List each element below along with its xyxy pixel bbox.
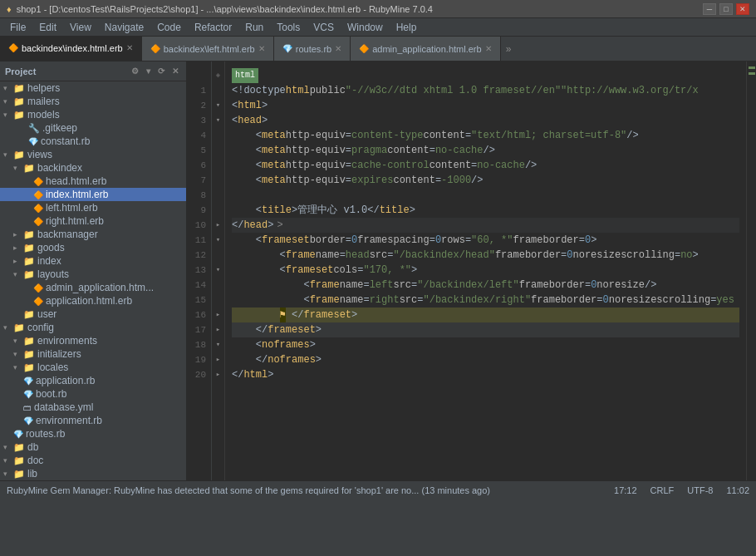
- tree-item-doc[interactable]: 📁 doc: [0, 454, 186, 467]
- app-icon: ♦: [7, 4, 12, 14]
- menu-vcs[interactable]: VCS: [307, 20, 341, 35]
- tree-item-environments[interactable]: 📁 environments: [0, 334, 186, 347]
- fold-9: [212, 203, 224, 218]
- fold-0[interactable]: ◈: [212, 68, 224, 83]
- code-line-9: <title> 管理中心 v1.0 </title>: [232, 203, 739, 218]
- tree-item-head-html-erb[interactable]: 🔶 head.html.erb: [0, 175, 186, 188]
- tab-close-button3[interactable]: ✕: [335, 44, 341, 53]
- tab-bar: 🔶 backindex\index.html.erb ✕ 🔶 backindex…: [0, 37, 756, 62]
- menu-refactor[interactable]: Refactor: [188, 20, 238, 35]
- error-marker2: [749, 72, 755, 75]
- file-icon-left: 🔶: [33, 204, 43, 213]
- tree-item-views[interactable]: 📁 views: [0, 148, 186, 161]
- tree-item-user[interactable]: 📁 user: [0, 308, 186, 321]
- tree-item-right-html-erb[interactable]: 🔶 right.html.erb: [0, 214, 186, 228]
- tree-item-database-yml[interactable]: 🗃 database.yml: [0, 401, 186, 414]
- tab-left-html-erb[interactable]: 🔶 backindex\left.html.erb ✕: [142, 37, 274, 61]
- close-button[interactable]: ✕: [736, 3, 749, 15]
- tab-admin-application-html-erb[interactable]: 🔶 admin_application.html.erb ✕: [351, 37, 500, 61]
- ln-17: 17: [192, 322, 206, 337]
- tree-item-application-rb[interactable]: 💎 application.rb: [0, 374, 186, 387]
- label-right: right.html.erb: [46, 215, 104, 227]
- menu-view[interactable]: View: [63, 20, 98, 35]
- tree-item-left-html-erb[interactable]: 🔶 left.html.erb: [0, 201, 186, 214]
- tab-overflow[interactable]: »: [501, 37, 517, 61]
- tree-item-db[interactable]: 📁 db: [0, 440, 186, 454]
- tab-icon3: 💎: [282, 44, 292, 53]
- tree-item-index-html-erb[interactable]: 🔶 index.html.erb: [0, 188, 186, 201]
- fold-16[interactable]: ▸: [212, 308, 224, 322]
- label-initializers: initializers: [37, 348, 81, 360]
- label-admin-app: admin_application.htm...: [46, 282, 154, 293]
- tree-item-admin-application[interactable]: 🔶 admin_application.htm...: [0, 281, 186, 294]
- fold-10[interactable]: ▸: [212, 218, 224, 233]
- tab-close-button[interactable]: ✕: [126, 43, 133, 52]
- tab-close-button2[interactable]: ✕: [258, 44, 265, 53]
- tree-item-backindex[interactable]: 📁 backindex: [0, 161, 186, 175]
- fold-3[interactable]: ▾: [212, 113, 224, 128]
- fold-2[interactable]: ▾: [212, 98, 224, 113]
- tree-item-constant-rb[interactable]: 💎 constant.rb: [0, 135, 186, 148]
- fold-8: [212, 188, 224, 203]
- fold-7: [212, 173, 224, 188]
- tree-item-models[interactable]: 📁 models: [0, 108, 186, 121]
- label-config: config: [27, 322, 54, 333]
- menu-edit[interactable]: Edit: [32, 20, 63, 35]
- code-content[interactable]: html <!doctype html public "-//w3c//dtd …: [225, 62, 746, 480]
- tab-index-html-erb[interactable]: 🔶 backindex\index.html.erb ✕: [0, 37, 142, 61]
- editor-area: 1 2 3 4 5 6 7 8 9 10 11 12 13 14 15 16 1…: [187, 62, 756, 480]
- tree-item-application-html[interactable]: 🔶 application.html.erb: [0, 294, 186, 308]
- ln-11: 11: [192, 233, 206, 248]
- maximize-button[interactable]: □: [719, 3, 733, 15]
- code-line-6: <meta http-equiv=cache-control content=n…: [232, 158, 739, 173]
- fold-13[interactable]: ▾: [212, 263, 224, 278]
- tab-routes-rb[interactable]: 💎 routes.rb ✕: [274, 37, 351, 61]
- panel-hide-button[interactable]: ✕: [169, 66, 181, 76]
- label-backindex: backindex: [37, 162, 82, 174]
- editor-content[interactable]: 1 2 3 4 5 6 7 8 9 10 11 12 13 14 15 16 1…: [187, 62, 756, 480]
- tree-item-initializers[interactable]: 📁 initializers: [0, 347, 186, 361]
- ln-14: 14: [192, 278, 206, 293]
- tab-close-button4[interactable]: ✕: [485, 44, 492, 53]
- tree-item-mailers[interactable]: 📁 mailers: [0, 95, 186, 108]
- menu-run[interactable]: Run: [238, 20, 270, 35]
- tree-item-helpers[interactable]: 📁 helpers: [0, 81, 186, 95]
- tree-item-gitkeep[interactable]: 🔧 .gitkeep: [0, 121, 186, 135]
- code-line-20: </html>: [232, 367, 739, 382]
- fold-19[interactable]: ▸: [212, 352, 224, 367]
- tree-item-index-folder[interactable]: 📁 index: [0, 254, 186, 268]
- arrow-backmanager: [13, 230, 22, 239]
- tree-item-environment-rb[interactable]: 💎 environment.rb: [0, 414, 186, 427]
- fold-20[interactable]: ▸: [212, 367, 224, 382]
- menu-code[interactable]: Code: [150, 20, 188, 35]
- menu-file[interactable]: File: [3, 20, 32, 35]
- tree-item-goods[interactable]: 📁 goods: [0, 241, 186, 254]
- menu-help[interactable]: Help: [390, 20, 424, 35]
- folder-icon-config: 📁: [13, 322, 25, 333]
- menu-window[interactable]: Window: [341, 20, 390, 35]
- tree-item-lib[interactable]: 📁 lib: [0, 467, 186, 480]
- fold-18[interactable]: ▾: [212, 337, 224, 352]
- tree-item-layouts[interactable]: 📁 layouts: [0, 268, 186, 281]
- tree-item-boot-rb[interactable]: 💎 boot.rb: [0, 387, 186, 401]
- code-line-10: </head> >: [232, 218, 739, 233]
- tree-item-config[interactable]: 📁 config: [0, 321, 186, 334]
- menu-tools[interactable]: Tools: [270, 20, 307, 35]
- tree-item-routes-rb[interactable]: 💎 routes.rb: [0, 427, 186, 440]
- fold-11[interactable]: ▾: [212, 233, 224, 248]
- panel-settings-button[interactable]: ⚙: [129, 66, 141, 76]
- minimize-button[interactable]: ─: [703, 3, 716, 15]
- arrow-doc: [3, 456, 12, 465]
- file-icon-database-yml: 🗃: [23, 403, 32, 412]
- panel-sync-button[interactable]: ⟳: [155, 66, 167, 76]
- panel-dropdown-button[interactable]: ▾: [144, 66, 153, 76]
- code-line-15: <frame name=right src="/backindex/right"…: [232, 293, 739, 308]
- tree-item-backmanager[interactable]: 📁 backmanager: [0, 228, 186, 241]
- code-line-12: <frame name=head src="/backindex/head" f…: [232, 248, 739, 263]
- fold-17[interactable]: ▸: [212, 322, 224, 337]
- label-helpers: helpers: [27, 82, 60, 94]
- tree-item-locales[interactable]: 📁 locales: [0, 361, 186, 374]
- file-icon-environment-rb: 💎: [23, 416, 33, 426]
- menu-navigate[interactable]: Navigate: [98, 20, 150, 35]
- code-line-8: [232, 188, 739, 203]
